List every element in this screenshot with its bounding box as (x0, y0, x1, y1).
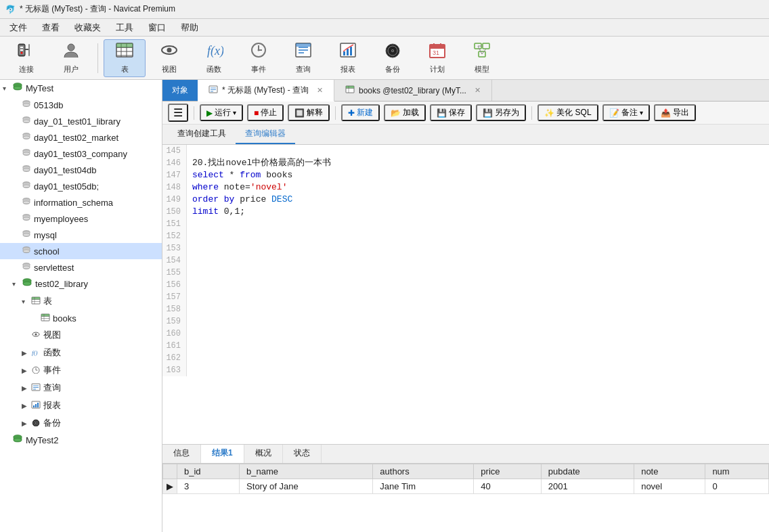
col-num[interactable]: num (705, 464, 769, 479)
sidebar-item-func-group[interactable]: ▶f()函数 (0, 344, 162, 361)
sidebar-item-0513db[interactable]: 0513db (0, 97, 162, 113)
sub-tab-1[interactable]: 查询编辑器 (236, 125, 295, 144)
books-tab-close-icon[interactable]: ✕ (475, 86, 481, 95)
sidebar-item-event-group[interactable]: ▶事件 (0, 361, 162, 379)
event-group-arrow[interactable]: ▶ (22, 367, 30, 374)
func-group-arrow[interactable]: ▶ (22, 349, 30, 357)
result-tab-0[interactable]: 信息 (162, 445, 201, 463)
result-tab-2[interactable]: 概况 (244, 445, 283, 463)
code-editor[interactable]: 14514620.找出novel中价格最高的一本书147select * fro… (162, 145, 769, 444)
col-pubdate[interactable]: pubdate (541, 464, 634, 479)
sidebar-item-books[interactable]: books (0, 310, 162, 326)
toolbar-btn-backup[interactable]: 备份 (372, 39, 414, 77)
result-tab-1[interactable]: 结果1 (201, 445, 244, 463)
mytest-arrow[interactable]: ▾ (3, 85, 11, 92)
results-table-wrap[interactable]: b_idb_nameauthorspricepubdatenotenum▶3St… (162, 464, 769, 532)
toolbar-btn-report[interactable]: 报表 (327, 39, 369, 77)
beautify-button[interactable]: ✨ 美化 SQL (537, 104, 598, 121)
tab-query-tab[interactable]: * 无标题 (MyTest) - 查询✕ (198, 80, 334, 102)
line-content-153[interactable] (187, 242, 192, 254)
col-note[interactable]: note (634, 464, 705, 479)
col-b_name[interactable]: b_name (240, 464, 373, 479)
tab-books-tab[interactable]: books @test02_library (MyT...✕ (334, 80, 492, 101)
query-tab-close-icon[interactable]: ✕ (317, 86, 323, 95)
col-authors[interactable]: authors (373, 464, 474, 479)
line-content-159[interactable] (187, 315, 192, 328)
backup-group-arrow[interactable]: ▶ (22, 420, 30, 427)
new-button[interactable]: ✚ 新建 (341, 104, 380, 121)
sidebar-item-backup-group[interactable]: ▶备份 (0, 414, 162, 432)
line-content-147[interactable]: select * from books (187, 169, 292, 181)
menu-btn[interactable]: ☰ (168, 104, 188, 122)
load-button[interactable]: 📂 加载 (384, 104, 426, 121)
menu-item-工具[interactable]: 工具 (109, 20, 140, 35)
menu-item-查看[interactable]: 查看 (35, 20, 66, 35)
menu-item-收藏夹[interactable]: 收藏夹 (68, 20, 108, 35)
line-content-151[interactable] (187, 218, 192, 230)
tab-object[interactable]: 对象 (162, 80, 198, 101)
toolbar-btn-schedule[interactable]: 31计划 (416, 39, 458, 77)
report-group-arrow[interactable]: ▶ (22, 402, 30, 409)
line-content-163[interactable] (187, 364, 192, 376)
save-as-button[interactable]: 💾 另存为 (476, 104, 526, 121)
sidebar-item-test02_library[interactable]: ▾test02_library (0, 275, 162, 292)
toolbar-btn-connect[interactable]: 连接 (5, 39, 47, 77)
sidebar-item-day01_test03_company[interactable]: day01_test03_company (0, 146, 162, 162)
sidebar-item-query-group[interactable]: ▶查询 (0, 379, 162, 397)
line-content-148[interactable]: where note='novel' (187, 181, 287, 194)
line-content-155[interactable] (187, 267, 192, 279)
export-button[interactable]: 📤 导出 (654, 104, 696, 121)
comment-button[interactable]: 📝 备注 ▾ (602, 104, 650, 121)
col-price[interactable]: price (474, 464, 541, 479)
sidebar-item-day01_test05db[interactable]: day01_test05db; (0, 178, 162, 194)
sidebar-item-day01_test04db[interactable]: day01_test04db (0, 162, 162, 178)
toolbar-btn-table[interactable]: 表 (104, 39, 146, 77)
sidebar-item-day01_test02_market[interactable]: day01_test02_market (0, 129, 162, 146)
sidebar-item-table-group[interactable]: ▾表 (0, 292, 162, 310)
line-content-158[interactable] (187, 303, 192, 315)
run-button[interactable]: ▶ 运行 ▾ (200, 104, 243, 121)
table-group-arrow[interactable]: ▾ (22, 298, 30, 305)
sidebar-item-myemployees[interactable]: myemployees (0, 210, 162, 227)
toolbar-btn-function[interactable]: f(x)函数 (193, 39, 235, 77)
line-content-154[interactable] (187, 254, 192, 267)
sidebar-item-information_schema[interactable]: information_schema (0, 194, 162, 210)
line-content-150[interactable]: limit 0,1; (187, 206, 245, 218)
line-content-152[interactable] (187, 230, 192, 242)
toolbar-btn-model[interactable]: 模型 (461, 39, 503, 77)
menu-item-帮助[interactable]: 帮助 (174, 20, 205, 35)
sidebar-item-view-group[interactable]: 视图 (0, 326, 162, 344)
sidebar-item-servlettest[interactable]: servlettest (0, 259, 162, 275)
line-content-157[interactable] (187, 291, 192, 303)
menu-item-文件[interactable]: 文件 (3, 20, 34, 35)
line-content-161[interactable] (187, 340, 192, 352)
sidebar-item-report-group[interactable]: ▶报表 (0, 397, 162, 414)
line-content-149[interactable]: order by price DESC (187, 194, 292, 206)
stop-button[interactable]: ■ 停止 (247, 104, 284, 121)
toolbar-btn-event[interactable]: 事件 (238, 39, 280, 77)
test02_library-arrow[interactable]: ▾ (12, 280, 20, 288)
toolbar-btn-view[interactable]: 视图 (148, 39, 190, 77)
svg-point-59 (23, 185, 30, 187)
explain-button[interactable]: 🔲 解释 (288, 104, 330, 121)
sub-tab-0[interactable]: 查询创建工具 (168, 125, 236, 144)
line-content-145[interactable] (187, 145, 192, 157)
toolbar-btn-query[interactable]: 查询 (282, 39, 324, 77)
sidebar-item-mytest2[interactable]: MyTest2 (0, 432, 162, 449)
result-tab-3[interactable]: 状态 (283, 445, 322, 463)
save-button[interactable]: 💾 保存 (430, 104, 472, 121)
sidebar-item-mytest[interactable]: ▾MyTest (0, 80, 162, 97)
sidebar-item-mysql[interactable]: mysql (0, 227, 162, 243)
line-content-156[interactable] (187, 279, 192, 291)
sidebar-item-school[interactable]: school (0, 243, 162, 259)
line-content-162[interactable] (187, 352, 192, 364)
menu-item-窗口[interactable]: 窗口 (141, 20, 173, 35)
toolbar-btn-user[interactable]: 用户 (50, 39, 92, 77)
line-content-146[interactable]: 20.找出novel中价格最高的一本书 (187, 157, 331, 169)
line-content-160[interactable] (187, 328, 192, 340)
sidebar-item-day_01_test01_library[interactable]: day_01_test01_library (0, 113, 162, 129)
col-b_id[interactable]: b_id (177, 464, 240, 479)
svg-rect-29 (347, 49, 349, 56)
table-row[interactable]: ▶3Story of JaneJane Tim402001novel0 (163, 479, 769, 494)
query-group-arrow[interactable]: ▶ (22, 384, 30, 392)
